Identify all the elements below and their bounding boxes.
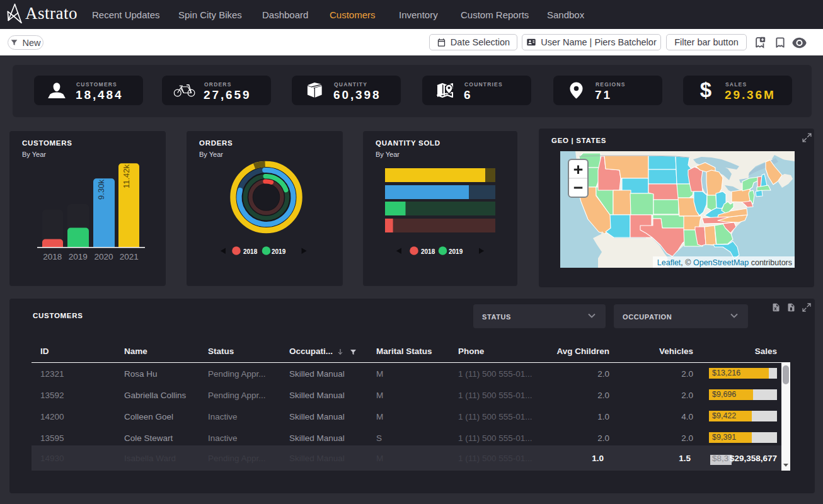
svg-text:2019: 2019 [449,248,463,255]
svg-text:2019: 2019 [272,248,286,255]
svg-text:2019: 2019 [69,252,88,261]
svg-text:9.30k: 9.30k [96,180,106,200]
svg-text:2021: 2021 [120,252,139,261]
svg-text:2018: 2018 [243,248,258,255]
svg-text:Leaflet, © OpenStreetMap contr: Leaflet, © OpenStreetMap contributors [657,258,792,267]
svg-text:2018: 2018 [43,252,62,261]
svg-text:2020: 2020 [94,252,113,261]
svg-text:11.42k: 11.42k [122,164,131,188]
svg-text:2018: 2018 [421,248,435,255]
